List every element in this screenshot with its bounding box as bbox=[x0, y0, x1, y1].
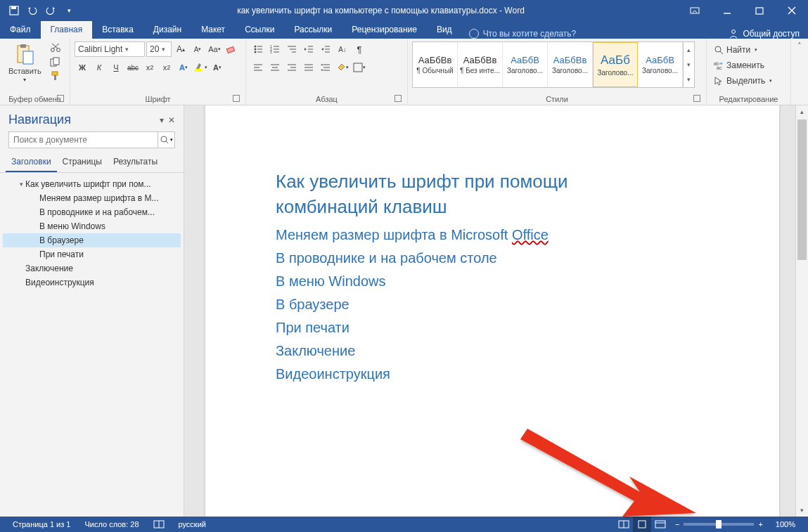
zoom-level[interactable]: 100% bbox=[769, 520, 802, 528]
nav-tab-headings[interactable]: Заголовки bbox=[6, 153, 57, 172]
grow-font-button[interactable]: A▴ bbox=[173, 41, 188, 57]
justify-button[interactable] bbox=[301, 60, 316, 75]
italic-button[interactable]: К bbox=[91, 60, 107, 75]
show-marks-button[interactable]: ¶ bbox=[352, 41, 367, 57]
status-language[interactable]: русский bbox=[172, 520, 213, 528]
strikethrough-button[interactable]: abc bbox=[125, 60, 141, 75]
tab-file[interactable]: Файл bbox=[0, 21, 41, 39]
nav-node[interactable]: ▾Как увеличить шрифт при пом... bbox=[3, 177, 181, 191]
styles-expand[interactable]: ▾ bbox=[684, 72, 694, 87]
tab-view[interactable]: Вид bbox=[427, 21, 462, 39]
line-spacing-button[interactable] bbox=[318, 60, 333, 75]
nav-tab-results[interactable]: Результаты bbox=[108, 153, 163, 172]
tab-review[interactable]: Рецензирование bbox=[342, 21, 427, 39]
undo-icon[interactable] bbox=[24, 2, 41, 19]
nav-node[interactable]: В меню Windows bbox=[3, 219, 181, 233]
align-left-button[interactable] bbox=[250, 60, 266, 75]
align-right-button[interactable] bbox=[284, 60, 300, 75]
style-heading1[interactable]: АаБбВЗаголово... bbox=[503, 42, 548, 87]
view-print-layout[interactable] bbox=[633, 517, 651, 532]
tab-design[interactable]: Дизайн bbox=[143, 21, 191, 39]
numbering-button[interactable]: 123 bbox=[267, 41, 283, 57]
close-icon[interactable] bbox=[776, 0, 808, 21]
styles-scroll-down[interactable]: ▾ bbox=[684, 57, 694, 72]
redo-icon[interactable] bbox=[42, 2, 59, 19]
font-size-combo[interactable]: 20▾ bbox=[146, 41, 172, 57]
zoom-out-button[interactable]: − bbox=[675, 520, 679, 528]
styles-gallery[interactable]: АаБбВв¶ Обычный АаБбВв¶ Без инте... АаБб… bbox=[412, 41, 695, 88]
clipboard-launcher[interactable] bbox=[57, 95, 64, 102]
shading-button[interactable]: ▾ bbox=[335, 60, 350, 75]
subscript-button[interactable]: x2 bbox=[142, 60, 158, 75]
bullets-button[interactable] bbox=[250, 41, 266, 57]
font-launcher[interactable] bbox=[233, 95, 240, 102]
search-button[interactable]: ▾ bbox=[158, 132, 174, 148]
style-heading3[interactable]: АаБбЗаголово... bbox=[593, 42, 638, 87]
tell-me[interactable]: Что вы хотите сделать? bbox=[462, 29, 721, 39]
zoom-in-button[interactable]: + bbox=[758, 520, 762, 528]
qat-customize-icon[interactable]: ▾ bbox=[60, 2, 77, 19]
search-input[interactable] bbox=[9, 132, 158, 148]
nav-node[interactable]: Видеоинструкция bbox=[3, 275, 181, 290]
format-painter-button[interactable] bbox=[49, 70, 63, 82]
replace-button[interactable]: abacЗаменить bbox=[714, 58, 772, 72]
share-button[interactable]: Общий доступ bbox=[720, 29, 808, 39]
scroll-thumb[interactable] bbox=[797, 119, 807, 260]
styles-scroll-up[interactable]: ▴ bbox=[684, 42, 694, 57]
styles-launcher[interactable] bbox=[693, 95, 700, 102]
font-color-button[interactable]: A▾ bbox=[210, 60, 225, 75]
maximize-icon[interactable] bbox=[743, 0, 776, 21]
change-case-button[interactable]: Aa▾ bbox=[207, 41, 222, 57]
multilevel-list-button[interactable] bbox=[284, 41, 300, 57]
text-effects-button[interactable]: A▾ bbox=[176, 60, 191, 75]
superscript-button[interactable]: x2 bbox=[159, 60, 174, 75]
tab-insert[interactable]: Вставка bbox=[92, 21, 143, 39]
status-proofing[interactable] bbox=[146, 519, 172, 529]
status-page[interactable]: Страница 1 из 1 bbox=[6, 520, 77, 528]
nav-node[interactable]: Заключение bbox=[3, 261, 181, 275]
align-center-button[interactable] bbox=[267, 60, 283, 75]
borders-button[interactable]: ▾ bbox=[352, 60, 367, 75]
view-read-mode[interactable] bbox=[615, 517, 633, 532]
nav-menu-button[interactable]: ▾ bbox=[160, 115, 164, 125]
page[interactable]: Как увеличить шрифт при помощикомбинаций… bbox=[205, 105, 779, 517]
scroll-up-icon[interactable]: ▴ bbox=[796, 105, 808, 118]
increase-indent-button[interactable] bbox=[318, 41, 333, 57]
bold-button[interactable]: Ж bbox=[75, 60, 90, 75]
nav-close-button[interactable]: ✕ bbox=[168, 115, 175, 125]
style-heading4[interactable]: АаБбВЗаголово... bbox=[638, 42, 683, 87]
nav-tab-pages[interactable]: Страницы bbox=[57, 153, 108, 172]
clear-formatting-button[interactable] bbox=[224, 41, 239, 57]
status-words[interactable]: Число слов: 28 bbox=[77, 520, 146, 528]
nav-node[interactable]: При печати bbox=[3, 247, 181, 261]
style-heading2[interactable]: АаБбВвЗаголово... bbox=[548, 42, 593, 87]
cut-button[interactable] bbox=[49, 41, 63, 54]
vertical-scrollbar[interactable]: ▴ ▾ bbox=[795, 105, 808, 517]
zoom-knob[interactable] bbox=[716, 520, 722, 528]
tab-home[interactable]: Главная bbox=[41, 21, 93, 39]
nav-node[interactable]: Меняем размер шрифта в M... bbox=[3, 191, 181, 205]
nav-node[interactable]: В проводнике и на рабочем... bbox=[3, 205, 181, 219]
sort-button[interactable]: A↓ bbox=[335, 41, 350, 57]
tab-references[interactable]: Ссылки bbox=[235, 21, 284, 39]
zoom-slider[interactable] bbox=[684, 523, 754, 526]
nav-node-selected[interactable]: В браузере bbox=[3, 233, 181, 247]
save-icon[interactable] bbox=[6, 2, 23, 19]
collapse-ribbon-button[interactable]: ˄ bbox=[791, 39, 808, 105]
highlight-button[interactable]: ▾ bbox=[193, 60, 208, 75]
shrink-font-button[interactable]: A▾ bbox=[190, 41, 205, 57]
font-name-combo[interactable]: Calibri Light▾ bbox=[75, 41, 145, 57]
select-button[interactable]: Выделить▾ bbox=[714, 74, 772, 88]
scroll-down-icon[interactable]: ▾ bbox=[796, 504, 808, 517]
tab-mailings[interactable]: Рассылки bbox=[284, 21, 342, 39]
underline-button[interactable]: Ч bbox=[108, 60, 124, 75]
style-no-spacing[interactable]: АаБбВв¶ Без инте... bbox=[458, 42, 503, 87]
tab-layout[interactable]: Макет bbox=[191, 21, 235, 39]
ribbon-options-icon[interactable] bbox=[679, 0, 711, 21]
style-normal[interactable]: АаБбВв¶ Обычный bbox=[413, 42, 458, 87]
find-button[interactable]: Найти▾ bbox=[714, 43, 772, 57]
view-web-layout[interactable] bbox=[651, 517, 669, 532]
copy-button[interactable] bbox=[49, 56, 63, 68]
decrease-indent-button[interactable] bbox=[301, 41, 316, 57]
paste-button[interactable]: Вставить ▾ bbox=[4, 41, 46, 84]
